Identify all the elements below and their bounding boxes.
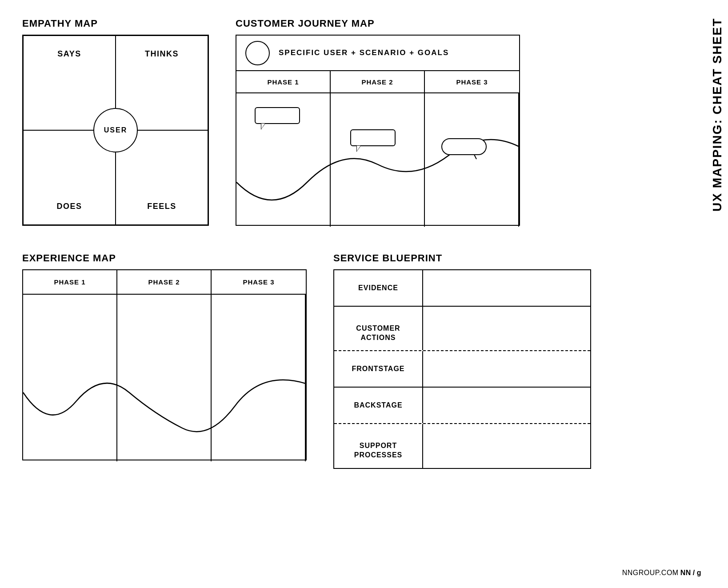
exp-phase-1: PHASE 1 — [23, 270, 117, 294]
experience-map-section: EXPERIENCE MAP PHASE 1 PHASE 2 PHASE 3 — [22, 252, 307, 469]
blueprint-row-frontstage: FRONTSTAGE — [334, 351, 590, 388]
blueprint-content-frontstage — [423, 351, 590, 387]
blueprint-label-customer-actions: CUSTOMERACTIONS — [334, 307, 423, 350]
empathy-grid: SAYS THINKS DOES FEELS USER — [22, 35, 209, 226]
exp-phase-2: PHASE 2 — [117, 270, 212, 294]
service-blueprint-title: SERVICE BLUEPRINT — [333, 252, 706, 264]
journey-avatar-circle — [245, 41, 270, 65]
empathy-map-section: EMPATHY MAP SAYS THINKS DOES FEELS USER — [22, 18, 209, 226]
journey-phase-1: PHASE 1 — [236, 71, 331, 92]
service-blueprint-section: SERVICE BLUEPRINT EVIDENCE CUSTOMERACTIO… — [333, 252, 706, 469]
journey-phase-3: PHASE 3 — [425, 71, 519, 92]
footer-g: g — [697, 569, 701, 577]
journey-grid: SPECIFIC USER + SCENARIO + GOALS PHASE 1… — [236, 35, 520, 226]
journey-phases-row: PHASE 1 PHASE 2 PHASE 3 — [236, 71, 519, 93]
blueprint-content-customer-actions — [423, 307, 590, 350]
blueprint-row-customer-actions: CUSTOMERACTIONS — [334, 307, 590, 351]
svg-rect-0 — [255, 108, 300, 124]
svg-rect-3 — [351, 130, 395, 146]
experience-grid: PHASE 1 PHASE 2 PHASE 3 — [22, 269, 307, 460]
journey-user-scenario: SPECIFIC USER + SCENARIO + GOALS — [279, 48, 449, 57]
blueprint-row-support: SUPPORTPROCESSES — [334, 424, 590, 468]
journey-content — [236, 93, 519, 227]
speech-bubble-1 — [254, 107, 303, 133]
bottom-row: EXPERIENCE MAP PHASE 1 PHASE 2 PHASE 3 — [22, 252, 706, 469]
footer: NNGROUP.COM NN / g — [622, 569, 701, 577]
side-label: UX MAPPING: CHEAT SHEET — [711, 18, 724, 212]
experience-map-title: EXPERIENCE MAP — [22, 252, 307, 264]
blueprint-grid: EVIDENCE CUSTOMERACTIONS FRONTSTAGE — [333, 269, 591, 469]
blueprint-content-evidence — [423, 270, 590, 306]
footer-domain: NNGROUP.COM — [622, 569, 679, 577]
footer-slash: / — [693, 569, 695, 577]
experience-content — [23, 295, 306, 461]
empathy-user-center: USER — [93, 108, 138, 152]
svg-rect-6 — [442, 139, 486, 155]
journey-map-section: CUSTOMER JOURNEY MAP SPECIFIC USER + SCE… — [236, 18, 706, 226]
blueprint-label-frontstage: FRONTSTAGE — [334, 351, 423, 387]
experience-phases-row: PHASE 1 PHASE 2 PHASE 3 — [23, 270, 306, 295]
empathy-map-title: EMPATHY MAP — [22, 18, 209, 29]
blueprint-content-support — [423, 424, 590, 468]
blueprint-label-backstage: BACKSTAGE — [334, 388, 423, 423]
blueprint-row-evidence: EVIDENCE — [334, 270, 590, 307]
blueprint-label-support: SUPPORTPROCESSES — [334, 424, 423, 468]
exp-phase-3: PHASE 3 — [212, 270, 306, 294]
speech-bubble-2 — [350, 129, 399, 155]
top-row: EMPATHY MAP SAYS THINKS DOES FEELS USER — [22, 18, 706, 226]
blueprint-label-evidence: EVIDENCE — [334, 270, 423, 306]
experience-wave-svg — [23, 295, 306, 461]
footer-nn: NN — [680, 569, 691, 577]
journey-map-title: CUSTOMER JOURNEY MAP — [236, 18, 706, 29]
blueprint-content-backstage — [423, 388, 590, 423]
journey-phase-2: PHASE 2 — [331, 71, 425, 92]
thought-bubble-3 — [441, 138, 490, 162]
blueprint-row-backstage: BACKSTAGE — [334, 388, 590, 424]
journey-header: SPECIFIC USER + SCENARIO + GOALS — [236, 36, 519, 71]
